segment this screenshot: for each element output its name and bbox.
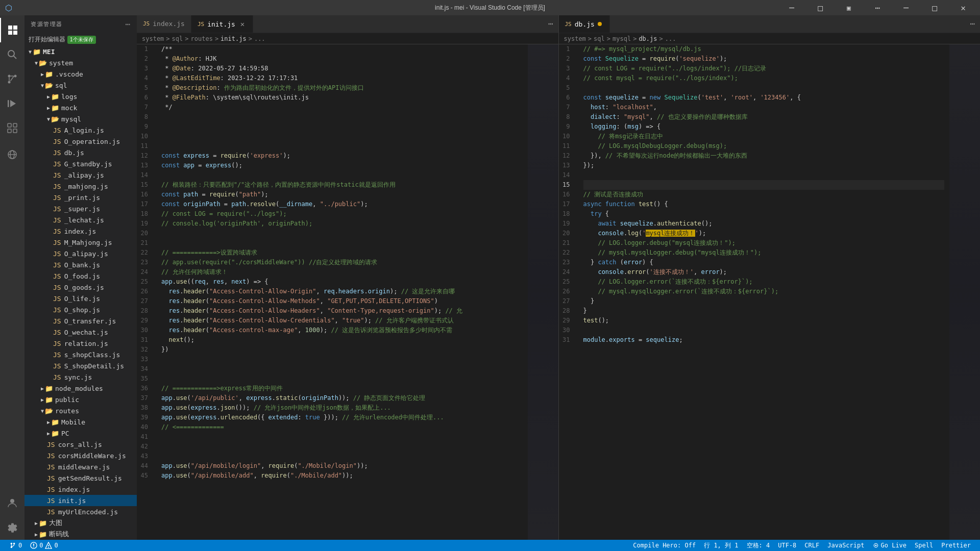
minimize-win-button[interactable]: ─ (894, 0, 918, 15)
js-file-icon: JS (53, 373, 61, 381)
tree-item-db[interactable]: JSdb.js (24, 147, 137, 158)
tree-item-o-transfer[interactable]: JSO_transfer.js (24, 315, 137, 327)
breadcrumb-system-r[interactable]: system (564, 35, 586, 42)
tree-item-m-mahjong[interactable]: JSM_Mahjong.js (24, 237, 137, 248)
tree-item-o-operation[interactable]: JSO_operation.js (24, 136, 137, 147)
js-file-icon: JS (47, 463, 55, 471)
breadcrumb-dbjs[interactable]: db.js (639, 35, 657, 42)
tree-item-index-routes[interactable]: JSindex.js (24, 484, 137, 495)
tree-item-super[interactable]: JS_super.js (24, 203, 137, 214)
tree-item-vscode[interactable]: ▶ 📁 .vscode (24, 68, 137, 80)
breadcrumb-sql-r[interactable]: sql (594, 35, 605, 42)
tree-item-sql[interactable]: ▼ 📂 sql (24, 80, 137, 91)
breadcrumb-more-r[interactable]: ... (665, 35, 676, 42)
activity-source-control[interactable] (0, 67, 24, 91)
tree-item-print[interactable]: JS_print.js (24, 192, 137, 203)
status-language[interactable]: JavaScript (823, 542, 868, 549)
tree-item-mock[interactable]: ▶ 📁 mock (24, 102, 137, 113)
tree-item-mei[interactable]: ▼ 📁 MEI (24, 46, 137, 57)
tree-item-sync[interactable]: JSsync.js (24, 371, 137, 383)
breadcrumb-mysql-r[interactable]: mysql (612, 35, 631, 42)
tab-close-button[interactable]: ✕ (238, 20, 247, 28)
breadcrumb-routes[interactable]: routes (191, 35, 213, 42)
tree-item-routes[interactable]: ▼ 📂 routes (24, 405, 137, 416)
tree-item-init[interactable]: JSinit.js (24, 495, 137, 506)
activity-run-debug[interactable] (0, 91, 24, 116)
tabs-more-button[interactable]: ⋯ (543, 15, 558, 33)
tree-item-mahjong[interactable]: JS_mahjong.js (24, 181, 137, 192)
tree-item-mobile[interactable]: ▶ 📁 Mobile (24, 416, 137, 428)
breadcrumb-initjs[interactable]: init.js (220, 35, 247, 42)
tree-item-pc[interactable]: ▶ 📁 PC (24, 428, 137, 439)
layout-button[interactable]: ▣ (837, 0, 861, 15)
tree-item-public[interactable]: ▶ 📁 public (24, 394, 137, 405)
status-encoding[interactable]: UTF-8 (774, 542, 800, 549)
sidebar-more-btn[interactable]: ⋯ (125, 19, 131, 29)
tree-item-s-shopclass[interactable]: JSs_shopClass.js (24, 349, 137, 360)
tree-item-cors-all[interactable]: JScors_all.js (24, 439, 137, 450)
tree-item-logs[interactable]: ▶ 📁 logs (24, 91, 137, 102)
tree-item-o-wechat[interactable]: JSO_wechat.js (24, 327, 137, 338)
tree-item-getsendresult[interactable]: JSgetSendResult.js (24, 472, 137, 484)
restore-button[interactable]: □ (808, 0, 832, 15)
status-line-ending[interactable]: CRLF (800, 542, 823, 549)
code-editor-left[interactable]: 1234567891011121314151617181920212223242… (137, 44, 558, 540)
tree-item-alipay[interactable]: JS_alipay.js (24, 169, 137, 181)
code-content-right[interactable]: // #=> mysql_project/mysql/db.jsconst Se… (578, 44, 950, 540)
more-button[interactable]: ⋯ (866, 0, 889, 15)
status-branch[interactable]: 0 (5, 542, 26, 549)
code-content-left[interactable]: /** * @Author: HJK * @Date: 2022-05-27 1… (156, 44, 528, 540)
sidebar: 资源管理器 ⋯ 打开始编辑器 1个未保存 ▼ 📁 MEI ▼ 📂 system (24, 15, 137, 540)
status-go-live[interactable]: Go Live (869, 542, 911, 549)
breadcrumb-system[interactable]: system (142, 35, 164, 42)
status-errors[interactable]: 0 0 (26, 542, 62, 549)
run-label[interactable]: 打开始编辑器 (29, 35, 65, 44)
activity-search[interactable] (0, 42, 24, 67)
tree-item-lechat[interactable]: JS_lechat.js (24, 214, 137, 226)
js-file-icon: JS (53, 340, 61, 347)
tabs-more-right-button[interactable]: ⋯ (965, 15, 980, 33)
status-compile-hero[interactable]: Compile Hero: Off (629, 542, 700, 549)
activity-account[interactable] (0, 491, 24, 515)
activity-explorer[interactable] (0, 18, 24, 42)
tree-item-a-login[interactable]: JSA_login.js (24, 124, 137, 136)
tree-item-duanmaxian[interactable]: ▶ 📁 断码线 (24, 529, 137, 540)
tab-db-js[interactable]: JS db.js (559, 15, 610, 33)
tree-item-o-bank[interactable]: JSO_bank.js (24, 259, 137, 270)
activity-extensions[interactable] (0, 116, 24, 140)
tree-item-system[interactable]: ▼ 📂 system (24, 57, 137, 68)
maximize-win-button[interactable]: □ (923, 0, 946, 15)
tree-item-myurlencoded[interactable]: JSmyUrlEncoded.js (24, 506, 137, 517)
tree-item-middleware[interactable]: JSmiddleware.js (24, 461, 137, 472)
activity-remote[interactable] (0, 142, 24, 167)
tree-item-daitu[interactable]: ▶ 📁 大图 (24, 517, 137, 529)
status-prettier[interactable]: Prettier (937, 542, 975, 549)
tree-item-o-goods[interactable]: JSO_goods.js (24, 282, 137, 293)
status-spaces[interactable]: 空格: 4 (743, 541, 774, 550)
tree-item-g-standby[interactable]: JSG_standby.js (24, 158, 137, 169)
tab-index-js[interactable]: JS index.js (137, 15, 191, 33)
minimize-button[interactable]: ─ (780, 0, 803, 15)
tree-item-index-mysql[interactable]: JSindex.js (24, 226, 137, 237)
folder-icon: 📁 (45, 396, 53, 404)
tree-item-mysql[interactable]: ▼ 📂 mysql (24, 113, 137, 124)
tree-item-o-life[interactable]: JSO_life.js (24, 293, 137, 304)
status-line[interactable]: 行 1, 列 1 (700, 541, 742, 550)
close-win-button[interactable]: ✕ (951, 0, 975, 15)
status-spell[interactable]: Spell (911, 542, 937, 549)
breadcrumb-more[interactable]: ... (254, 35, 265, 42)
tree-item-node-modules[interactable]: ▶ 📁 node_modules (24, 383, 137, 394)
tree-item-o-food[interactable]: JSO_food.js (24, 270, 137, 282)
tree-item-o-alipay[interactable]: JSO_alipay.js (24, 248, 137, 259)
js-file-icon: JS (53, 362, 61, 370)
tree-item-s-shopdetail[interactable]: JSS_shopDetail.js (24, 360, 137, 371)
tab-init-js[interactable]: JS init.js ✕ (191, 15, 253, 33)
tree-item-cors-middleware[interactable]: JScorsMiddleWare.js (24, 450, 137, 461)
breadcrumb-sql[interactable]: sql (172, 35, 183, 42)
breadcrumb-right: system > sql > mysql > db.js > ... (559, 33, 981, 44)
js-file-icon: JS (53, 127, 61, 134)
tree-item-relation[interactable]: JSrelation.js (24, 338, 137, 349)
activity-settings[interactable] (0, 515, 24, 540)
tree-item-o-shop[interactable]: JSO_shop.js (24, 304, 137, 315)
code-editor-right[interactable]: 1234567891011121314151617181920212223242… (559, 44, 981, 540)
